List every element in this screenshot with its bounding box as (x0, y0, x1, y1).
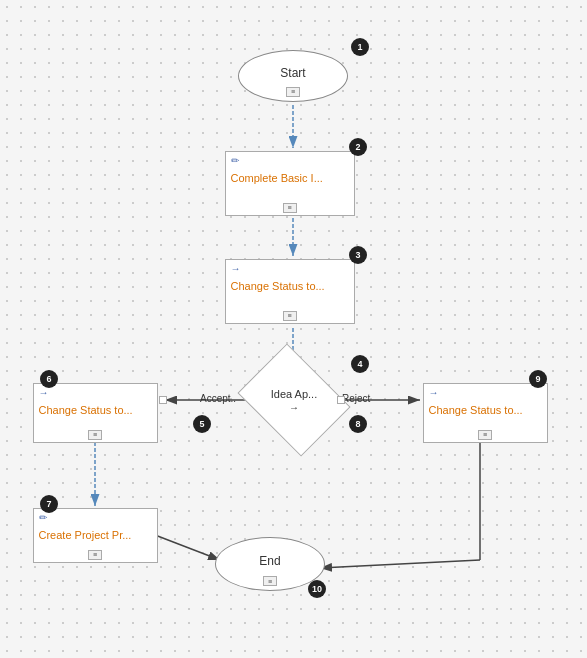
node7-expand[interactable]: ≡ (88, 550, 102, 560)
node7-label: Create Project Pr... (39, 529, 132, 541)
node3-label: Change Status to... (231, 280, 325, 292)
reject-conn-sq (337, 396, 345, 404)
node3-icon: → (231, 263, 241, 274)
node4-diamond[interactable]: Idea Ap... → (249, 365, 339, 435)
accept-conn-sq (159, 396, 167, 404)
node2-label: Complete Basic I... (231, 172, 323, 184)
node2-expand[interactable]: ≡ (283, 203, 297, 213)
start-node[interactable]: Start ≡ (232, 48, 354, 103)
reject-label: Reject (342, 393, 370, 404)
badge-1: 1 (351, 38, 369, 56)
badge-9: 9 (529, 370, 547, 388)
node7[interactable]: ✏ Create Project Pr... ≡ (30, 505, 160, 565)
badge-2: 2 (349, 138, 367, 156)
node4-arrow-icon: → (271, 402, 317, 413)
node3[interactable]: → Change Status to... ≡ (222, 256, 357, 326)
node2-icon: ✏ (231, 155, 239, 166)
node2[interactable]: ✏ Complete Basic I... ≡ (222, 148, 357, 218)
start-expand[interactable]: ≡ (286, 87, 300, 97)
node6[interactable]: → Change Status to... ≡ (30, 380, 160, 445)
accept-label: Accept.. (200, 393, 236, 404)
badge-6: 6 (40, 370, 58, 388)
end-expand[interactable]: ≡ (263, 576, 277, 586)
node9-expand[interactable]: ≡ (478, 430, 492, 440)
node6-label: Change Status to... (39, 404, 133, 416)
node4-label: Idea Ap... (271, 388, 317, 400)
node6-icon: → (39, 387, 49, 398)
node7-icon: ✏ (39, 512, 47, 523)
badge-3: 3 (349, 246, 367, 264)
node3-expand[interactable]: ≡ (283, 311, 297, 321)
badge-5: 5 (193, 415, 211, 433)
node9[interactable]: → Change Status to... ≡ (420, 380, 550, 445)
badge-10: 10 (308, 580, 326, 598)
svg-line-10 (320, 560, 480, 568)
node6-expand[interactable]: ≡ (88, 430, 102, 440)
end-label: End (259, 554, 280, 568)
node9-label: Change Status to... (429, 404, 523, 416)
badge-8: 8 (349, 415, 367, 433)
badge-7: 7 (40, 495, 58, 513)
node9-icon: → (429, 387, 439, 398)
start-label: Start (280, 66, 305, 80)
badge-4: 4 (351, 355, 369, 373)
